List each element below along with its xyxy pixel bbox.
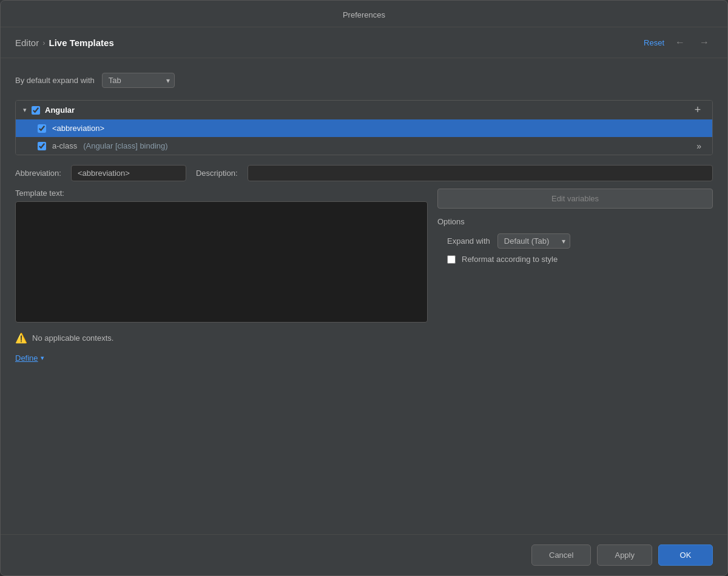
ok-button[interactable]: OK [658,544,713,566]
options-expand-with-select[interactable]: Default (Tab) Tab Enter Space [497,233,570,249]
breadcrumb: Editor › Live Templates [15,38,114,48]
expand-with-label: By default expand with [15,76,95,85]
template-checkbox[interactable] [38,142,46,150]
apply-button[interactable]: Apply [597,544,652,566]
description-label: Description: [196,169,238,178]
expand-row: By default expand with Tab Enter Space [15,70,713,90]
group-checkbox[interactable] [32,106,40,115]
options-section: Options Expand with Default (Tab) Tab En… [437,217,713,264]
template-row[interactable]: <abbreviation> [16,119,712,137]
reformat-checkbox[interactable] [447,255,456,264]
left-panel: Template text: [15,189,428,323]
expand-with-select[interactable]: Tab Enter Space [102,73,175,88]
template-name: a-class [52,141,77,150]
reset-button[interactable]: Reset [644,38,664,47]
template-text-label: Template text: [15,189,428,198]
define-row: Define ▾ [15,353,713,363]
breadcrumb-separator: › [42,38,45,47]
template-name: <abbreviation> [52,124,104,133]
collapse-arrow-icon[interactable]: ▾ [23,106,27,114]
expand-dropdown-wrapper: Tab Enter Space [102,73,175,88]
breadcrumb-parent[interactable]: Editor [15,38,39,48]
row-actions: » [693,137,705,155]
templates-section: ▾ Angular + <abbreviation> a-class (Angu… [15,100,713,155]
template-description: (Angular [class] binding) [83,141,167,150]
options-title: Options [437,217,713,226]
nav-back-button[interactable]: ← [672,36,689,49]
templates-group-header: ▾ Angular + [16,101,712,119]
content-area: By default expand with Tab Enter Space ▾… [1,58,727,534]
details-section: Abbreviation: Description: Template text… [15,165,713,363]
context-warning: ⚠️ No applicable contexts. [15,330,713,346]
template-checkbox[interactable] [38,124,46,133]
options-expand-with-label: Expand with [447,236,490,246]
description-input[interactable] [248,165,713,181]
right-panel: Edit variables Options Expand with Defau… [437,189,713,323]
template-row[interactable]: a-class (Angular [class] binding) » [16,137,712,155]
nav-forward-button[interactable]: → [696,36,713,49]
cancel-button[interactable]: Cancel [531,544,591,566]
group-name: Angular [45,105,75,115]
define-arrow-icon[interactable]: ▾ [41,354,44,362]
dialog-footer: Cancel Apply OK [1,534,727,575]
more-options-button[interactable]: » [693,140,705,152]
dialog-title: Preferences [1,1,727,27]
abbr-description-row: Abbreviation: Description: [15,165,713,181]
template-text-section: Template text: Edit variables Options Ex… [15,189,713,323]
edit-variables-button[interactable]: Edit variables [437,189,713,209]
template-text-area[interactable] [15,201,428,323]
reformat-label: Reformat according to style [462,255,558,264]
breadcrumb-current: Live Templates [49,38,114,48]
options-expand-with-row: Expand with Default (Tab) Tab Enter Spac… [437,233,713,249]
preferences-dialog: Preferences Editor › Live Templates Rese… [0,0,728,576]
warning-text: No applicable contexts. [32,333,113,343]
breadcrumb-actions: Reset ← → [644,36,713,49]
warning-icon: ⚠️ [15,332,27,344]
abbreviation-input[interactable] [71,165,186,181]
define-link[interactable]: Define [15,353,38,363]
options-expand-dropdown-wrapper: Default (Tab) Tab Enter Space [497,233,570,249]
breadcrumb-row: Editor › Live Templates Reset ← → [1,27,727,58]
reformat-row: Reformat according to style [437,255,713,264]
abbreviation-label: Abbreviation: [15,169,61,178]
add-template-button[interactable]: + [690,103,705,118]
